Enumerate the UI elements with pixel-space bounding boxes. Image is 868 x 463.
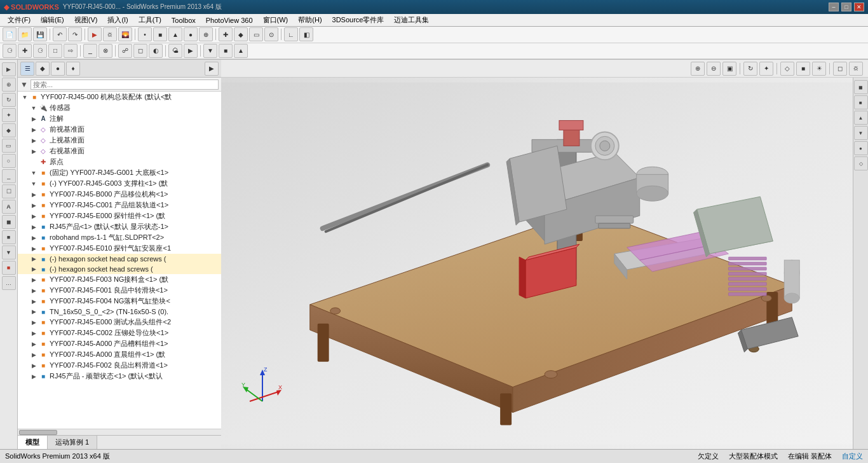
tree-item-a000-1[interactable]: ▶ ■ YYF007-RJ45-A000 产品槽料组件<1>	[18, 338, 221, 349]
tree-item-e010[interactable]: ▶ ■ YYF007-RJ45-E010 探针气缸安装座<1	[18, 243, 221, 254]
tree-item-a000-2[interactable]: ▶ ■ YYF007-RJ45-A000 直晨组件<1> (默	[18, 349, 221, 360]
section-view-btn[interactable]: ◻	[133, 44, 147, 58]
appearance-tree-tab[interactable]: ♦	[66, 62, 80, 76]
vtb-sketch[interactable]: ▭	[2, 139, 16, 153]
feature-tree[interactable]: ▼ ■ YYF007-RJ45-000 机构总装配体 (默认<默 ▼ 🔌 传感器…	[18, 92, 221, 429]
vt-pan[interactable]: ✦	[759, 62, 773, 76]
tree-expand-f002[interactable]: ▶	[29, 361, 38, 370]
tb-btn-6[interactable]: ■	[153, 27, 167, 41]
tree-item-f004[interactable]: ▶ ■ YYF007-RJ45-F004 NG落料气缸垫块<	[18, 296, 221, 307]
menu-edit[interactable]: 编辑(E)	[36, 15, 69, 25]
tree-expand-e010[interactable]: ▶	[29, 244, 38, 253]
vt-zoom-in[interactable]: ⊕	[691, 62, 705, 76]
new-button[interactable]: 📄	[3, 27, 17, 41]
measure-button[interactable]: ∟	[284, 27, 298, 41]
tree-filter-input[interactable]	[31, 79, 219, 90]
panel-expand[interactable]: ▶	[205, 62, 219, 76]
rf-btn5[interactable]: ●	[854, 141, 868, 155]
tree-item-rj45-state[interactable]: ▶ ■ RJ45产品 - 顽塑状态<1> (默认<默认	[18, 371, 221, 382]
animate-btn[interactable]: ▶	[184, 44, 198, 58]
options-button[interactable]: ⛭	[103, 27, 117, 41]
tb-btn-12[interactable]: ▭	[249, 27, 263, 41]
tb-btn-11[interactable]: ◆	[234, 27, 248, 41]
tab-motion[interactable]: 运动算例 1	[48, 436, 97, 449]
undo-button[interactable]: ↶	[53, 27, 67, 41]
vtb-assembly[interactable]: ■	[2, 230, 16, 244]
tree-expand-ann[interactable]: ▶	[29, 114, 38, 123]
tree-expand-c001[interactable]: ▶	[29, 201, 38, 210]
tree-item-top-plane[interactable]: ▶ ◇ 上视基准面	[18, 135, 221, 146]
display-hide-btn[interactable]: ◐	[149, 44, 163, 58]
tree-item-g001[interactable]: ▼ ■ (固定) YYF007-RJ45-G001 大底板<1>	[18, 167, 221, 178]
tree-item-c001[interactable]: ▶ ■ YYF007-RJ45-C001 产品组装轨道<1>	[18, 200, 221, 211]
tree-item-rj45[interactable]: ▶ ■ RJ45产品<1> (默认<默认 显示状态-1>	[18, 221, 221, 232]
vt-rotate[interactable]: ↻	[743, 62, 757, 76]
tb-btn-10[interactable]: ✚	[219, 27, 233, 41]
tree-expand-tn[interactable]: ▶	[29, 307, 38, 316]
vtb-extra[interactable]: …	[2, 276, 16, 290]
open-button[interactable]: 📁	[18, 27, 32, 41]
tree-item-hex-cap[interactable]: ▶ ■ (-) hexagon socket head cap screws (	[18, 254, 221, 264]
tree-item-annotations[interactable]: ▶ A 注解	[18, 113, 221, 124]
tree-item-root[interactable]: ▼ ■ YYF007-RJ45-000 机构总装配体 (默认<默	[18, 92, 221, 102]
menu-help[interactable]: 帮助(H)	[293, 15, 327, 25]
restore-button[interactable]: □	[841, 3, 851, 11]
tree-item-e000[interactable]: ▶ ■ YYF007-RJ45-E000 探针组件<1> (默	[18, 211, 221, 221]
smart-fasteners-button[interactable]: ⎯	[83, 44, 97, 58]
tb-btn-5[interactable]: •	[138, 27, 152, 41]
vtb-rotate[interactable]: ↻	[2, 93, 16, 107]
tree-item-tn[interactable]: ▶ ■ TN_16x50_S_0_<2> (TN-16x50-S (0).	[18, 307, 221, 317]
tree-item-b000[interactable]: ▶ ■ YYF007-RJ45-B000 产品移位机构<1>	[18, 189, 221, 200]
vtb-sim[interactable]: ▼	[2, 245, 16, 259]
sim-btn[interactable]: ▼	[203, 44, 217, 58]
rf-btn4[interactable]: ▼	[854, 126, 868, 140]
appearance-button[interactable]: 🌄	[118, 27, 132, 41]
menu-tools[interactable]: 工具(T)	[133, 15, 166, 25]
tab-model[interactable]: 模型	[18, 436, 48, 449]
vt-display[interactable]: ■	[796, 62, 810, 76]
tree-expand-robohand[interactable]: ▶	[29, 233, 38, 242]
close-button[interactable]: ✕	[854, 3, 864, 11]
menu-window[interactable]: 窗口(W)	[258, 15, 294, 25]
menu-toolbox[interactable]: Toolbox	[166, 16, 201, 25]
tree-item-right-plane[interactable]: ▶ ◇ 右视基准面	[18, 146, 221, 156]
rf-btn6[interactable]: ◇	[854, 156, 868, 170]
hscroll-thumb[interactable]	[19, 430, 57, 435]
tree-item-robohand[interactable]: ▶ ■ robohand mps-1-1 气缸.SLDPRT<2>	[18, 232, 221, 243]
tree-expand-fp[interactable]: ▶	[29, 125, 38, 134]
tree-expand-rj45[interactable]: ▶	[29, 223, 38, 232]
vt-zoom-out[interactable]: ⊖	[707, 62, 721, 76]
tree-expand-hex-screws[interactable]: ▶	[29, 265, 38, 273]
vtb-pan[interactable]: ✦	[2, 108, 16, 122]
vtb-dim[interactable]: ⎯	[2, 169, 16, 183]
eassembly-btn[interactable]: ■	[219, 44, 233, 58]
tree-item-sensors[interactable]: ▼ 🔌 传感器	[18, 102, 221, 113]
vt-orient[interactable]: ◇	[780, 62, 794, 76]
tree-expand-hex-cap[interactable]: ▶	[29, 254, 38, 263]
vtb-tool[interactable]: ■	[2, 261, 16, 275]
tree-item-c002[interactable]: ▶ ■ YYF007-RJ45-C002 压铆处导位块<1>	[18, 328, 221, 338]
menu-view[interactable]: 视图(V)	[69, 15, 103, 25]
tree-expand-tp[interactable]: ▶	[29, 136, 38, 145]
tree-hscroll[interactable]	[18, 429, 221, 435]
tree-item-f003[interactable]: ▶ ■ YYF007-RJ45-F003 NG接料盒<1> (默	[18, 274, 221, 285]
zoom-fit-btn[interactable]: ☍	[118, 44, 132, 58]
rf-btn1[interactable]: ◼	[854, 80, 868, 94]
explode-button[interactable]: ⊗	[98, 44, 112, 58]
config-tab[interactable]: ●	[51, 62, 65, 76]
tree-item-front-plane[interactable]: ▶ ◇ 前视基准面	[18, 124, 221, 135]
tree-expand-sensors[interactable]: ▼	[29, 104, 38, 113]
redo-button[interactable]: ↷	[68, 27, 82, 41]
tree-expand-c002[interactable]: ▶	[29, 329, 38, 338]
rf-btn3[interactable]: ▲	[854, 111, 868, 125]
linear-pattern-button[interactable]: □	[48, 44, 62, 58]
tree-expand-origin[interactable]	[29, 158, 38, 167]
vtb-zoom[interactable]: ⊕	[2, 78, 16, 92]
tb-btn-8[interactable]: ●	[184, 27, 198, 41]
3d-viewport[interactable]: Z X Y ◼ ■ ▲ ▼	[221, 78, 868, 449]
tree-expand-f004[interactable]: ▶	[29, 297, 38, 306]
menu-maidi[interactable]: 迈迪工具集	[389, 15, 434, 25]
menu-insert[interactable]: 插入(I)	[102, 15, 133, 25]
menu-3dsource[interactable]: 3DSource零件库	[327, 15, 390, 25]
tb-btn-7[interactable]: ▲	[168, 27, 182, 41]
